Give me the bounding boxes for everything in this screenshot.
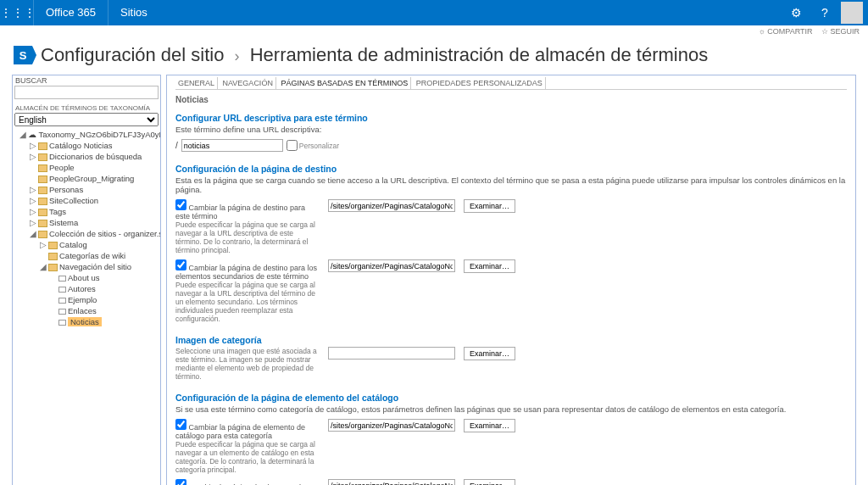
section-heading: Imagen de categoría <box>175 335 847 345</box>
term-tree: ◢☁ Taxonomy_NGzO6biD7LFJ3yA0yPO7RA== ▷Ca… <box>13 127 160 329</box>
tree-item[interactable]: ▷Catalog <box>14 239 159 250</box>
tree-item[interactable]: People <box>14 162 159 173</box>
share-button[interactable]: ☼ COMPARTIR <box>759 27 813 36</box>
tree-root[interactable]: ◢☁ Taxonomy_NGzO6biD7LFJ3yA0yPO7RA== <box>14 129 159 140</box>
tree-item[interactable]: Ejemplo <box>14 294 159 305</box>
target-page-input[interactable] <box>328 199 455 212</box>
page-title: Configuración del sitio › Herramienta de… <box>41 44 708 66</box>
checkbox-label[interactable]: Cambiar la página de elemento de catálog… <box>175 479 321 485</box>
section-heading: Configuración de la página de elemento d… <box>175 393 847 403</box>
help-icon[interactable]: ? <box>810 6 839 20</box>
tree-item[interactable]: ◢Navegación del sitio <box>14 261 159 272</box>
browse-button[interactable]: Examinar… <box>464 347 515 360</box>
target-page-children-input[interactable] <box>328 259 455 272</box>
browse-button[interactable]: Examinar… <box>464 199 515 213</box>
customize-checkbox-label[interactable]: Personalizar <box>287 140 339 151</box>
tree-item[interactable]: ▷SiteCollection <box>14 195 159 206</box>
app-launcher-icon[interactable]: ⋮⋮⋮ <box>0 0 34 25</box>
search-label: BUSCAR <box>13 75 160 86</box>
tree-item[interactable]: ▷Sistema <box>14 217 159 228</box>
tree-item[interactable]: ▷Personas <box>14 184 159 195</box>
page-header: S Configuración del sitio › Herramienta … <box>0 41 868 75</box>
section-target-page: Configuración de la página de destino Es… <box>175 164 847 323</box>
change-catalog-item-checkbox[interactable] <box>175 419 186 430</box>
tree-item-selected[interactable]: Noticias <box>14 316 159 327</box>
brand-label[interactable]: Office 365 <box>34 0 108 25</box>
tab-custom-props[interactable]: PROPIEDADES PERSONALIZADAS <box>414 77 546 89</box>
tabs: GENERAL NAVEGACIÓN PÁGINAS BASADAS EN TÉ… <box>175 77 847 90</box>
section-heading: Configurar URL descriptiva para este tér… <box>175 113 847 123</box>
tree-item[interactable]: Enlaces <box>14 305 159 316</box>
tree-item[interactable]: Categorías de wiki <box>14 250 159 261</box>
section-heading: Configuración de la página de destino <box>175 164 847 174</box>
search-input[interactable] <box>14 86 159 99</box>
gear-icon[interactable]: ⚙ <box>782 6 810 20</box>
change-catalog-item-children-checkbox[interactable] <box>175 479 186 485</box>
catalog-item-children-input[interactable] <box>328 479 455 485</box>
tab-navigation[interactable]: NAVEGACIÓN <box>220 77 276 89</box>
checkbox-label[interactable]: Cambiar la página de destino para los el… <box>175 259 321 281</box>
follow-button[interactable]: ☆ SEGUIR <box>821 27 860 36</box>
checkbox-label[interactable]: Cambiar la página de destino para este t… <box>175 199 321 220</box>
catalog-item-input[interactable] <box>328 419 455 432</box>
category-image-input[interactable] <box>328 347 455 360</box>
share-bar: ☼ COMPARTIR ☆ SEGUIR <box>0 25 868 41</box>
top-bar: ⋮⋮⋮ Office 365 Sitios ⚙ ? <box>0 0 868 25</box>
left-panel: BUSCAR ALMACÉN DE TÉRMINOS DE TAXONOMÍA … <box>12 75 161 485</box>
tree-item[interactable]: About us <box>14 272 159 283</box>
term-title: Noticias <box>175 90 847 113</box>
section-catalog-item: Configuración de la página de elemento d… <box>175 393 847 485</box>
main-panel: GENERAL NAVEGACIÓN PÁGINAS BASADAS EN TÉ… <box>166 75 856 485</box>
url-prefix: / <box>175 141 178 150</box>
tab-term-pages[interactable]: PÁGINAS BASADAS EN TÉRMINOS <box>278 77 411 89</box>
language-select[interactable]: English <box>14 113 159 126</box>
avatar[interactable] <box>841 2 863 24</box>
tree-item[interactable]: ▷Tags <box>14 206 159 217</box>
tree-item[interactable]: ▷Diccionarios de búsqueda <box>14 151 159 162</box>
tree-item[interactable]: PeopleGroup_Migrating <box>14 173 159 184</box>
sites-link[interactable]: Sitios <box>108 0 159 25</box>
section-category-image: Imagen de categoría Seleccione una image… <box>175 335 847 381</box>
tree-item[interactable]: ▷Catálogo Noticias <box>14 140 159 151</box>
browse-button[interactable]: Examinar… <box>464 479 515 485</box>
tree-item[interactable]: Autores <box>14 283 159 294</box>
customize-checkbox[interactable] <box>287 140 298 151</box>
section-friendly-url: Configurar URL descriptiva para este tér… <box>175 113 847 152</box>
friendly-url-input[interactable] <box>181 139 283 152</box>
change-target-checkbox[interactable] <box>175 199 186 210</box>
breadcrumb-separator-icon: › <box>235 47 240 64</box>
checkbox-label[interactable]: Cambiar la página de elemento de catálog… <box>175 419 321 440</box>
change-target-children-checkbox[interactable] <box>175 259 186 270</box>
tree-item[interactable]: ◢Colección de sitios - organizer.sharepo… <box>14 228 159 239</box>
taxonomy-store-label: ALMACÉN DE TÉRMINOS DE TAXONOMÍA <box>13 103 160 112</box>
sharepoint-logo-icon: S <box>14 46 32 64</box>
browse-button[interactable]: Examinar… <box>464 419 515 432</box>
tab-general[interactable]: GENERAL <box>175 77 218 89</box>
browse-button[interactable]: Examinar… <box>464 259 515 273</box>
